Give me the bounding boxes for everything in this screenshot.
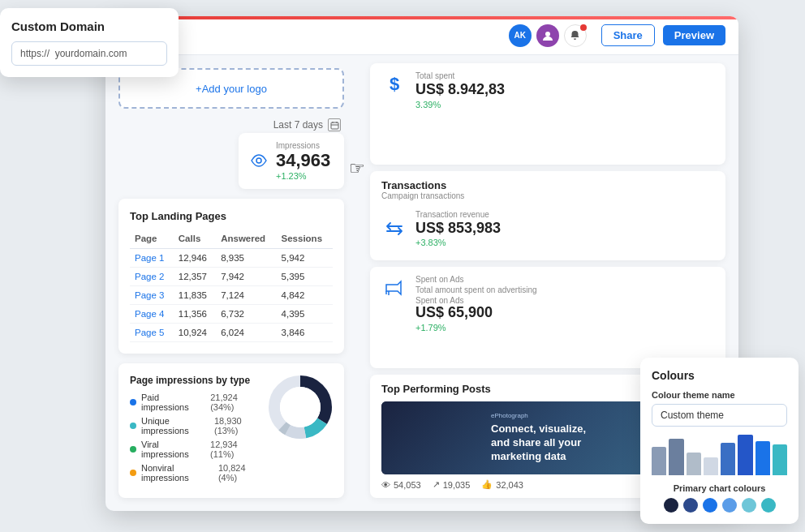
table-cell: 6,024	[216, 324, 276, 342]
legend-item: Viral impressions 12,934 (11%)	[130, 440, 260, 459]
avatar-user	[536, 24, 559, 47]
impressions-info: Impressions 34,963 +1.23%	[276, 141, 330, 181]
table-row: Page 112,9468,9355,942	[130, 249, 333, 268]
theme-name-input[interactable]	[652, 404, 787, 427]
colour-dot	[703, 498, 717, 513]
table-cell: 6,732	[216, 305, 276, 324]
table-cell: 11,356	[174, 305, 216, 324]
spent-ads-card: Spent on Ads Total amount spent on adver…	[370, 267, 725, 368]
chart-bar	[652, 447, 666, 475]
date-filter-label: Last 7 days	[273, 119, 323, 131]
chart-bar	[669, 439, 683, 475]
topbar-accent	[105, 16, 738, 19]
left-panel: +Add your logo Last 7 days	[105, 55, 357, 511]
legend-label: Paid impressions	[141, 393, 204, 412]
legend-value: 21,924 (34%)	[210, 393, 260, 412]
legend-dot	[130, 446, 136, 453]
table-cell: 10,924	[174, 324, 216, 342]
spent-ads-subtitle: Total amount spent on advertising	[415, 285, 714, 294]
table-cell: 12,357	[174, 268, 216, 286]
domain-input[interactable]	[11, 41, 167, 66]
col-page: Page	[130, 230, 174, 249]
spent-ads-info: Spent on Ads Total amount spent on adver…	[415, 275, 714, 332]
table-row: Page 311,8357,1244,842	[130, 286, 333, 305]
impressions-type-card: Page impressions by type Paid impression…	[118, 363, 344, 498]
table-cell: 7,942	[216, 268, 276, 286]
transactions-title: Transactions	[381, 179, 714, 191]
notification-dot	[580, 24, 587, 31]
impressions-stat: Impressions 34,963 +1.23%	[239, 133, 344, 189]
post-stat-views: 👁 54,053	[381, 479, 421, 490]
transactions-subtitle: Campaign transactions	[381, 191, 714, 200]
views-count: 54,053	[394, 480, 421, 490]
transactions-card: Transactions Campaign transactions Trans…	[370, 171, 725, 261]
table-cell: Page 3	[130, 286, 174, 305]
shares-count: 19,035	[443, 480, 471, 490]
col-calls: Calls	[174, 230, 216, 249]
chart-bar	[687, 453, 701, 475]
revenue-label: Transaction revenue	[415, 210, 501, 219]
legend-dot	[130, 470, 136, 476]
legend-item: Paid impressions 21,924 (34%)	[130, 393, 260, 412]
post-stat-likes: 👍 32,043	[481, 479, 523, 490]
impressions-value: 34,963	[276, 150, 330, 171]
colours-title: Colours	[652, 369, 787, 382]
colour-dot	[742, 498, 756, 513]
table-cell: 8,935	[216, 249, 276, 268]
spent-ads-change: +1.79%	[415, 323, 714, 332]
table-row: Page 510,9246,0243,846	[130, 324, 333, 342]
svg-point-11	[280, 387, 321, 427]
total-spent-change: 3.39%	[415, 100, 714, 109]
chart-bar	[773, 444, 787, 475]
total-spent-card: $ Total spent US$ 8.942,83 3.39%	[370, 63, 725, 165]
legend-value: 10,824 (4%)	[218, 463, 260, 483]
transaction-revenue-row: Transaction revenue US$ 853,983 +3.83%	[381, 205, 714, 253]
legend-item: Unique impressions 18,930 (13%)	[130, 416, 260, 435]
svg-point-5	[256, 158, 261, 163]
colour-dot	[664, 498, 678, 513]
table-cell: 12,946	[174, 249, 216, 268]
likes-count: 32,043	[496, 480, 523, 490]
table-cell: Page 4	[130, 305, 174, 324]
topbar: AK Share Preview	[105, 16, 738, 55]
table-cell: 5,942	[277, 249, 333, 268]
popup-title: Custom Domain	[11, 19, 167, 33]
megaphone-icon	[381, 275, 407, 301]
table-cell: 11,835	[174, 286, 216, 305]
legend-item: Nonviral impressions 10,824 (4%)	[130, 463, 260, 483]
total-spent-value: US$ 8.942,83	[415, 82, 714, 98]
total-spent-info: Total spent US$ 8.942,83 3.39%	[415, 71, 714, 109]
avatar-notifications[interactable]	[564, 24, 587, 47]
colour-dots	[652, 498, 787, 513]
impressions-type-title: Page impressions by type	[130, 375, 260, 386]
theme-name-label: Colour theme name	[652, 390, 787, 400]
shares-icon: ↗	[433, 479, 440, 490]
colour-dot	[683, 498, 698, 513]
chart-bar	[755, 441, 770, 475]
table-row: Page 212,3577,9425,395	[130, 268, 333, 286]
transfer-icon	[381, 216, 407, 242]
top-pages-card: Top Landing Pages Page Calls Answered Se…	[118, 199, 344, 354]
revenue-change: +3.83%	[415, 238, 501, 247]
total-spent-label: Total spent	[415, 71, 714, 80]
share-button[interactable]: Share	[601, 24, 655, 46]
donut-legend: Page impressions by type Paid impression…	[130, 375, 260, 487]
col-answered: Answered	[216, 230, 276, 249]
table-row: Page 411,3566,7324,395	[130, 305, 333, 324]
legend-value: 18,930 (13%)	[214, 416, 260, 435]
colours-panel: Colours Colour theme name Primary chart …	[640, 358, 799, 524]
dollar-icon: $	[381, 71, 407, 97]
chart-preview	[652, 435, 787, 475]
table-cell: Page 5	[130, 324, 174, 342]
table-cell: 4,842	[277, 286, 333, 305]
preview-button[interactable]: Preview	[663, 25, 725, 45]
views-icon: 👁	[381, 480, 390, 490]
table-cell: Page 2	[130, 268, 174, 286]
avatar-group: AK	[509, 24, 587, 47]
chart-bar	[738, 435, 752, 475]
calendar-icon[interactable]	[328, 118, 341, 131]
legend-dot	[130, 399, 136, 405]
post-headline: Connect, visualize, and share all your m…	[491, 423, 605, 464]
top-pages-title: Top Landing Pages	[130, 210, 333, 222]
date-filter: Last 7 days	[118, 118, 344, 131]
